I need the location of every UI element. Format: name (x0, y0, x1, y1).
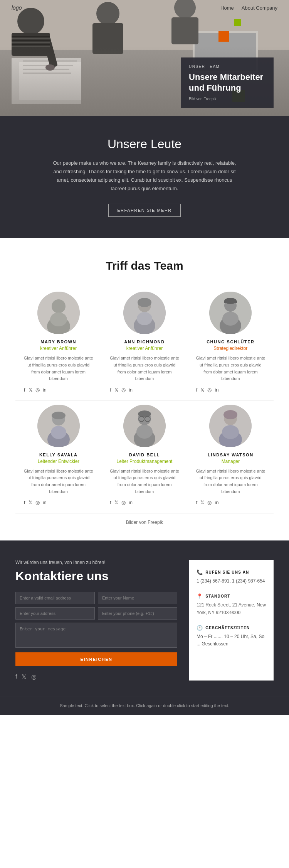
contact-section: Wir würden uns freuen, von Ihnen zu höre… (0, 540, 289, 696)
hours-label: 🕐 GESCHÄFTSZEITEN (197, 625, 266, 631)
hours-value: Mo – Fr ....... 10 – 20 Uhr, Sa, So ... … (197, 633, 266, 648)
avatar-david (123, 405, 166, 447)
member-bio-4: Glavi amet ritnisl libero molestie ante … (23, 468, 94, 495)
linkedin-icon-6[interactable]: in (215, 500, 218, 505)
facebook-icon-3[interactable]: f (196, 387, 198, 393)
svg-rect-3 (19, 62, 81, 100)
linkedin-icon-2[interactable]: in (129, 387, 133, 393)
twitter-icon-4[interactable]: 𝕏 (29, 500, 32, 505)
footer-twitter-icon[interactable]: 𝕏 (22, 673, 27, 681)
twitter-icon-5[interactable]: 𝕏 (114, 500, 118, 505)
address-input[interactable] (15, 607, 95, 620)
hours-block: 🕐 GESCHÄFTSZEITEN Mo – Fr ....... 10 – 2… (197, 625, 266, 648)
twitter-icon-2[interactable]: 𝕏 (114, 387, 118, 393)
phone-label: 📞 RUFEN SIE UNS AN (197, 569, 266, 575)
our-people-body: Our people make us who we are. The Kearn… (52, 159, 237, 193)
contact-info-panel: 📞 RUFEN SIE UNS AN 1 (234) 567-891, 1 (2… (189, 560, 274, 681)
site-header: logo Home About Company (0, 0, 289, 15)
main-nav: Home About Company (220, 5, 277, 11)
svg-rect-39 (224, 301, 237, 303)
member-bio-3: Glavi amet ritnisl libero molestie ante … (195, 355, 266, 382)
svg-point-48 (136, 425, 153, 439)
team-credit: Bilder von Freepik (15, 513, 274, 529)
facebook-icon-5[interactable]: f (110, 500, 111, 505)
svg-point-26 (52, 299, 66, 313)
footer-text: Sample text. Click to select the text bo… (15, 703, 274, 708)
hero-tag: UNSER TEAM (189, 64, 266, 69)
linkedin-icon-3[interactable]: in (215, 387, 218, 393)
member-role-2: kreativer Anführer (109, 346, 180, 351)
facebook-icon-2[interactable]: f (110, 387, 111, 393)
svg-point-49 (138, 410, 151, 417)
linkedin-icon-5[interactable]: in (129, 500, 133, 505)
form-row-2 (15, 607, 177, 620)
social-icons-2: f 𝕏 ◎ in (109, 387, 180, 393)
contact-form-area: Wir würden uns freuen, von Ihnen zu höre… (15, 560, 189, 681)
svg-point-32 (137, 312, 152, 325)
svg-rect-6 (23, 69, 69, 70)
linkedin-icon-4[interactable]: in (43, 500, 47, 505)
phone-input[interactable] (98, 607, 177, 620)
facebook-icon-4[interactable]: f (24, 500, 25, 505)
team-heading: Triff das Team (15, 259, 274, 272)
learn-more-button[interactable]: ERFAHREN SIE MEHR (108, 204, 181, 217)
name-input[interactable] (98, 592, 177, 604)
accent-orange-square (218, 31, 229, 42)
facebook-icon[interactable]: f (24, 387, 25, 393)
facebook-icon-6[interactable]: f (196, 500, 198, 505)
hero-title: Unsere Mitarbeiter und Führung (189, 72, 266, 93)
footer: Sample text. Click to select the text bo… (0, 696, 289, 715)
instagram-icon-4[interactable]: ◎ (35, 500, 40, 505)
contact-heading: Kontaktiere uns (15, 569, 177, 583)
instagram-icon-5[interactable]: ◎ (121, 500, 126, 505)
social-icons-5: f 𝕏 ◎ in (109, 500, 180, 505)
linkedin-icon[interactable]: in (43, 387, 47, 393)
member-name-2: ANN RICHMOND (109, 339, 180, 344)
nav-about[interactable]: About Company (242, 5, 277, 11)
svg-point-56 (222, 425, 239, 439)
location-label: 📍 STANDORT (197, 593, 266, 599)
twitter-icon-3[interactable]: 𝕏 (200, 387, 204, 393)
message-input[interactable] (15, 623, 177, 648)
hero-credit: Bild von Freepik (189, 97, 266, 101)
phone-icon: 📞 (197, 569, 203, 575)
twitter-icon[interactable]: 𝕏 (29, 387, 32, 393)
svg-point-28 (50, 312, 67, 326)
instagram-icon[interactable]: ◎ (35, 387, 40, 393)
email-input[interactable] (15, 592, 95, 604)
svg-point-18 (45, 64, 55, 71)
footer-facebook-icon[interactable]: f (15, 673, 17, 681)
instagram-icon-3[interactable]: ◎ (207, 387, 212, 393)
submit-button[interactable]: EINREICHEN (15, 652, 177, 666)
phone-block: 📞 RUFEN SIE UNS AN 1 (234) 567-891, 1 (2… (197, 569, 266, 585)
team-member-3: CHUNG SCHLÜTER Strategiedirektor Glavi a… (188, 288, 274, 400)
member-name-3: CHUNG SCHLÜTER (195, 339, 266, 344)
location-icon: 📍 (197, 593, 203, 599)
instagram-icon-2[interactable]: ◎ (121, 387, 126, 393)
team-grid: MARY BROWN kreativer Anführer Glavi amet… (15, 288, 274, 513)
instagram-icon-6[interactable]: ◎ (207, 500, 212, 505)
nav-home[interactable]: Home (220, 5, 234, 11)
member-name-5: DAVID BELL (109, 453, 180, 457)
team-member-6: LINDSAY WATSON Manager Glavi amet ritnis… (188, 401, 274, 513)
member-bio-6: Glavi amet ritnisl libero molestie ante … (195, 468, 266, 495)
svg-point-44 (52, 412, 66, 419)
contact-tag: Wir würden uns freuen, von Ihnen zu höre… (15, 560, 177, 565)
footer-instagram-icon[interactable]: ◎ (31, 673, 37, 681)
member-bio-2: Glavi amet ritnisl libero molestie ante … (109, 355, 180, 382)
accent-green-square-top (234, 19, 241, 26)
svg-rect-7 (23, 73, 71, 74)
member-bio-1: Glavi amet ritnisl libero molestie ante … (23, 355, 94, 382)
twitter-icon-6[interactable]: 𝕏 (200, 500, 204, 505)
avatar-lindsay (209, 405, 252, 447)
location-block: 📍 STANDORT 121 Rock Street, 21 Avenue, N… (197, 593, 266, 616)
svg-rect-2 (12, 58, 81, 104)
social-icons-1: f 𝕏 ◎ in (23, 387, 94, 393)
team-member-2: ANN RICHMOND kreativer Anführer Glavi am… (101, 288, 187, 400)
social-icons-4: f 𝕏 ◎ in (23, 500, 94, 505)
member-role-3: Strategiedirektor (195, 346, 266, 351)
svg-rect-16 (171, 17, 198, 44)
team-section: Triff das Team MARY BROWN kreativer Anfü… (0, 238, 289, 540)
social-icons-6: f 𝕏 ◎ in (195, 500, 266, 505)
form-row-1 (15, 592, 177, 604)
